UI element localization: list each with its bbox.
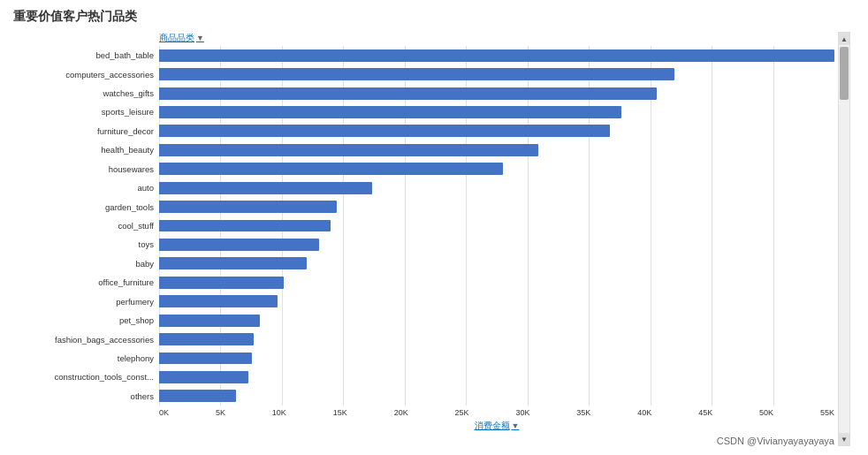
y-label: office_furniture: [9, 273, 159, 292]
bar-row: [159, 330, 834, 348]
bar: [159, 333, 254, 345]
bar: [159, 49, 834, 62]
bar: [159, 125, 610, 137]
y-label: sports_leisure: [9, 102, 159, 121]
y-label: auto: [9, 178, 159, 197]
y-label: health_beauty: [9, 140, 159, 159]
page-container: 重要价值客户热门品类 商品品类 ▼ bed_bath_tablecomputer…: [0, 0, 868, 455]
y-label: garden_tools: [9, 197, 159, 216]
bar-rows: [159, 46, 834, 406]
bars-section: bed_bath_tablecomputers_accessorieswatch…: [9, 46, 834, 406]
chart-area: 商品品类 ▼ bed_bath_tablecomputers_accessori…: [9, 32, 850, 446]
bar: [159, 371, 248, 383]
x-axis-label: 消费金额 ▼: [475, 420, 520, 432]
footer-text: CSDN @Vivianyayayayaya: [717, 436, 834, 446]
bar: [159, 257, 307, 269]
y-label: toys: [9, 235, 159, 254]
bar-row: [159, 349, 834, 368]
bar: [159, 182, 372, 194]
bars-and-grid: [159, 46, 834, 406]
x-tick: 55K: [820, 408, 834, 417]
y-axis-label: 商品品类 ▼: [159, 32, 204, 44]
x-axis-section: 0K5K10K15K20K25K30K35K40K45K50K55K: [159, 406, 834, 417]
y-label: others: [9, 387, 159, 406]
x-tick: 25K: [455, 408, 469, 417]
bar-row: [159, 178, 834, 197]
chart-inner: 商品品类 ▼ bed_bath_tablecomputers_accessori…: [9, 32, 834, 446]
y-label: telephony: [9, 349, 159, 368]
bar-row: [159, 84, 834, 102]
y-label: furniture_decor: [9, 122, 159, 140]
bar-row: [159, 102, 834, 121]
y-label: housewares: [9, 160, 159, 178]
scroll-up[interactable]: ▲: [839, 33, 849, 45]
x-ticks: 0K5K10K15K20K25K30K35K40K45K50K55K: [159, 406, 834, 417]
bar: [159, 239, 319, 251]
bar: [159, 277, 284, 289]
scrollbar[interactable]: ▲ ▼: [838, 32, 850, 446]
bar: [159, 68, 674, 80]
y-axis-label-row: 商品品类 ▼: [159, 32, 834, 44]
y-label: bed_bath_table: [9, 46, 159, 64]
bar-row: [159, 387, 834, 406]
y-label: fashion_bags_accessories: [9, 330, 159, 348]
x-tick: 20K: [394, 408, 408, 417]
bar-row: [159, 235, 834, 254]
x-tick: 15K: [333, 408, 347, 417]
y-label: computers_accessories: [9, 64, 159, 83]
x-tick: 0K: [159, 408, 169, 417]
bar: [159, 106, 621, 118]
x-tick: 10K: [272, 408, 286, 417]
y-label: baby: [9, 254, 159, 273]
scroll-thumb[interactable]: [840, 47, 849, 100]
y-label: watches_gifts: [9, 84, 159, 102]
bar-row: [159, 140, 834, 159]
y-label: pet_shop: [9, 311, 159, 330]
bar: [159, 201, 337, 213]
bar-row: [159, 273, 834, 292]
bar-row: [159, 292, 834, 310]
bar: [159, 315, 260, 327]
bar-row: [159, 122, 834, 140]
bar-row: [159, 64, 834, 83]
y-label: perfumery: [9, 292, 159, 310]
bar-row: [159, 216, 834, 235]
y-label: cool_stuff: [9, 216, 159, 235]
x-tick: 50K: [759, 408, 773, 417]
bar: [159, 87, 657, 100]
chart-title: 重要价值客户热门品类: [13, 9, 850, 25]
x-tick: 40K: [637, 408, 651, 417]
bar: [159, 390, 236, 402]
bar-row: [159, 311, 834, 330]
bar: [159, 163, 503, 175]
x-axis-label-row: 消费金额 ▼: [159, 420, 834, 432]
footer-row: CSDN @Vivianyayayayaya: [9, 436, 834, 446]
scroll-down[interactable]: ▼: [839, 433, 849, 445]
x-tick: 35K: [576, 408, 590, 417]
x-tick: 30K: [515, 408, 529, 417]
y-labels: bed_bath_tablecomputers_accessorieswatch…: [9, 46, 159, 406]
x-filter-icon[interactable]: ▼: [512, 421, 520, 430]
bar: [159, 144, 538, 156]
bar: [159, 220, 331, 232]
bar-row: [159, 368, 834, 386]
bar-row: [159, 254, 834, 273]
x-tick: 45K: [698, 408, 712, 417]
x-tick: 5K: [216, 408, 225, 417]
y-label: construction_tools_const...: [9, 368, 159, 386]
bar-row: [159, 46, 834, 64]
bar: [159, 353, 252, 365]
bar-row: [159, 197, 834, 216]
bar-row: [159, 160, 834, 178]
bar: [159, 295, 278, 307]
y-filter-icon[interactable]: ▼: [196, 34, 204, 42]
